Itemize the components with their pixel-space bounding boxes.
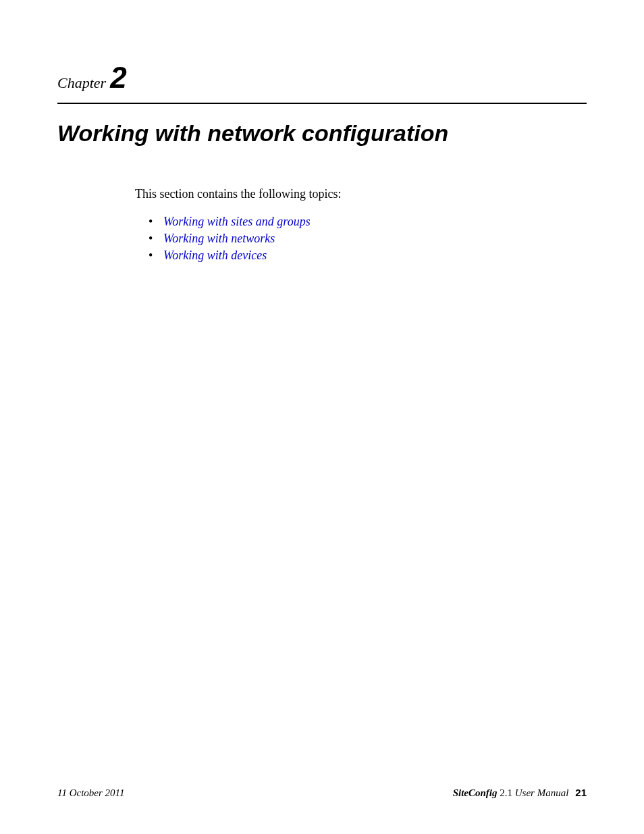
footer-version: 2.1 (500, 787, 512, 798)
topic-link-devices[interactable]: Working with devices (163, 249, 267, 262)
footer-date: 11 October 2011 (57, 787, 124, 799)
chapter-label: Chapter (57, 74, 106, 92)
page-footer: 11 October 2011 SiteConfig 2.1 User Manu… (57, 787, 587, 799)
divider (57, 103, 587, 104)
list-item: Working with networks (149, 230, 587, 247)
footer-manual: User Manual (515, 787, 569, 798)
topic-link-networks[interactable]: Working with networks (163, 232, 275, 245)
intro-text: This section contains the following topi… (135, 187, 587, 201)
topic-list: Working with sites and groups Working wi… (149, 213, 587, 265)
list-item: Working with devices (149, 247, 587, 264)
footer-product: SiteConfig (453, 787, 498, 798)
page-content: Chapter 2 Working with network configura… (0, 0, 644, 265)
footer-page-number: 21 (575, 787, 587, 798)
page-title: Working with network configuration (57, 120, 587, 147)
chapter-header: Chapter 2 (57, 61, 587, 95)
topic-link-sites-groups[interactable]: Working with sites and groups (163, 215, 311, 228)
footer-right: SiteConfig 2.1 User Manual 21 (453, 787, 587, 799)
chapter-number: 2 (110, 61, 126, 95)
list-item: Working with sites and groups (149, 213, 587, 230)
